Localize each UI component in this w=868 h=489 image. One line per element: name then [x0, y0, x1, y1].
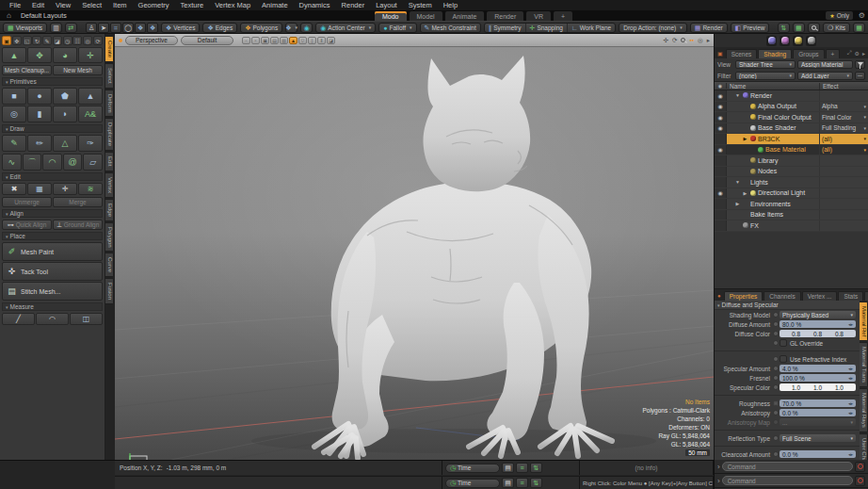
menu-item[interactable]: Dynamics — [294, 1, 336, 9]
layer-effect-cell[interactable]: Full Shading▾ — [819, 123, 868, 134]
vp-visibility-icon[interactable]: ◎ — [698, 37, 703, 44]
updown-button[interactable]: ⇅ — [778, 23, 790, 33]
visibility-toggle[interactable]: ◉ — [715, 155, 727, 166]
layer-effect-cell[interactable]: (all)▾ — [819, 134, 868, 144]
visibility-toggle[interactable]: ◉ — [715, 90, 727, 101]
layer-effect-cell[interactable]: Alpha▾ — [819, 102, 868, 112]
expand-triangle-icon[interactable]: ▼ — [734, 179, 741, 185]
layout-tab[interactable]: Model — [410, 11, 442, 21]
menu-item[interactable]: Help — [438, 1, 463, 9]
menu-item[interactable]: File — [4, 1, 26, 9]
properties-tab[interactable]: Properties — [724, 291, 764, 301]
properties-tab[interactable]: Stats — [838, 291, 863, 301]
channel-toggle[interactable] — [773, 375, 779, 381]
layer-effect-cell[interactable]: ▾ — [819, 220, 868, 231]
sidebar-vertical-tab[interactable]: Deform — [105, 90, 114, 118]
viewport-toggle-button[interactable]: ▤ — [270, 37, 279, 44]
visibility-toggle[interactable]: ◉ — [715, 145, 727, 155]
primitive-tool-button[interactable]: A& — [78, 106, 103, 122]
viewport-toggle-button[interactable]: ▽ — [298, 37, 307, 44]
properties-side-tab[interactable]: Material Rays — [860, 388, 868, 432]
menu-item[interactable]: View — [50, 1, 76, 9]
reflection-type-dropdown[interactable]: Full Scene▾ — [780, 434, 856, 442]
items-mode-icon[interactable]: ♙ — [86, 23, 97, 33]
home-icon[interactable]: ⌂ — [7, 11, 11, 20]
new-mesh-button[interactable]: New Mesh — [53, 65, 103, 75]
materials-mode-button[interactable]: ◉ — [300, 23, 313, 33]
diffuse-color-field[interactable]: 0.80.80.8 — [780, 330, 856, 337]
draw-tool-button[interactable]: @ — [63, 154, 83, 171]
draw-section-header[interactable]: Draw — [2, 124, 103, 133]
clearcoat-amount-field[interactable]: 0.0 %◂▸ — [780, 450, 856, 458]
primitive-tool-button[interactable]: ◗ — [53, 106, 77, 122]
properties-tab[interactable]: + — [864, 291, 868, 301]
align-section-header[interactable]: Align — [2, 209, 103, 218]
shader-tree-row[interactable]: ◉ Final Color Output Final Color▾ — [715, 112, 868, 123]
vp-gamepad-icon[interactable]: ▪▪ — [689, 37, 694, 43]
shield-a-icon[interactable]: ❖ — [135, 23, 146, 33]
sidebar-strip-icon[interactable]: ✥ — [12, 36, 22, 45]
visibility-toggle[interactable]: ◉ — [715, 210, 727, 220]
shader-tree-row[interactable]: ◉ Base Material (all)▾ — [715, 145, 868, 156]
paint-select-icon[interactable]: ⌗ — [110, 23, 121, 33]
place-list-item[interactable]: ✜Tack Tool — [2, 262, 103, 281]
viewport-toggle-button[interactable]: ▣ — [261, 37, 269, 44]
edit-tool-button[interactable]: ✛ — [53, 183, 77, 195]
place-list-item[interactable]: ✐Mesh Paint — [2, 242, 103, 261]
sidebar-strip-icon[interactable]: ✎ — [42, 36, 52, 45]
draw-tool-button[interactable]: ✏ — [27, 135, 52, 152]
history-chevron-icon[interactable]: › — [717, 477, 720, 485]
channel-toggle[interactable] — [773, 321, 779, 327]
vp-expand-icon[interactable]: ▸ — [707, 37, 710, 44]
viewport-toggle-button[interactable]: ◦ — [242, 37, 250, 44]
layer-effect-cell[interactable]: ▾ — [819, 90, 868, 101]
sidebar-strip-icon[interactable]: ▣ — [2, 36, 11, 45]
layer-effect-cell[interactable]: Final Color▾ — [819, 112, 868, 122]
menu-item[interactable]: Select — [76, 1, 107, 9]
channels-icon[interactable]: ≡ — [516, 463, 528, 473]
layer-effect-cell[interactable]: ▾ — [819, 199, 868, 209]
visibility-toggle[interactable]: ◉ — [715, 167, 727, 177]
shader-tree-row[interactable]: ◉ ▶ Directional Light ▾ — [715, 188, 868, 200]
expand-triangle-icon[interactable]: ▶ — [742, 136, 748, 141]
shader-tree-row[interactable]: ◉ Bake Items ▾ — [715, 210, 868, 221]
add-layer-dropdown[interactable]: Add Layer▾ — [797, 72, 853, 80]
snapping-button[interactable]: ✛Snapping — [526, 24, 568, 32]
roughness-field[interactable]: 70.0 %◂▸ — [780, 399, 856, 407]
vp-zoom-icon[interactable] — [681, 38, 685, 42]
channel-toggle[interactable] — [773, 331, 779, 336]
shader-tree-row[interactable]: ◉ ▶ Environments ▾ — [715, 199, 868, 210]
anisotropy-field[interactable]: 0.0 %◂▸ — [780, 409, 856, 416]
material-preset-button[interactable] — [766, 36, 777, 46]
draw-tool-button[interactable]: ✑ — [78, 135, 103, 152]
channel-toggle[interactable] — [773, 435, 779, 441]
channel-toggle[interactable] — [773, 400, 779, 406]
history-chevron-icon[interactable]: › — [717, 463, 720, 471]
shader-tree-row[interactable]: ◉ Library ▾ — [715, 155, 868, 167]
grid-toggle-button[interactable]: ▦ — [793, 23, 805, 33]
channel-toggle[interactable] — [773, 410, 779, 416]
primitives-section-header[interactable]: Primitives — [2, 77, 103, 86]
shader-panel-tab[interactable]: + — [826, 49, 841, 58]
sidebar-vertical-tab[interactable]: Duplicate — [105, 118, 114, 151]
sidebar-vertical-tab[interactable]: Select — [105, 63, 114, 89]
channel-toggle[interactable] — [773, 419, 779, 425]
popout-icon[interactable]: ⤢ — [847, 50, 852, 57]
properties-side-tab[interactable]: Material Ref — [860, 302, 868, 341]
layer-effect-cell[interactable]: ▾ — [819, 155, 868, 166]
shader-panel-tab[interactable]: Shading — [758, 49, 792, 58]
gl-override-checkbox[interactable] — [780, 339, 787, 347]
vp-options-icon[interactable]: ✣ — [664, 37, 668, 44]
sidebar-strip-icon[interactable]: ↻ — [32, 36, 41, 45]
work-plane-button[interactable]: ∟Work Plane — [568, 24, 615, 32]
record-button[interactable] — [855, 476, 865, 486]
material-preset-button[interactable] — [780, 36, 790, 46]
diffuse-amount-field[interactable]: 80.0 %◂▸ — [780, 320, 856, 328]
specular-amount-field[interactable]: 4.0 %◂▸ — [780, 365, 856, 372]
gear-icon[interactable]: ⚙ — [859, 11, 865, 20]
anisotropy-map-dropdown[interactable]: ...▾ — [780, 418, 856, 426]
assign-material-button[interactable]: Assign Material — [797, 60, 853, 69]
specular-color-field[interactable]: 1.01.01.0 — [780, 383, 856, 391]
layer-effect-cell[interactable]: (all)▾ — [819, 145, 868, 155]
command-input[interactable] — [722, 476, 853, 485]
